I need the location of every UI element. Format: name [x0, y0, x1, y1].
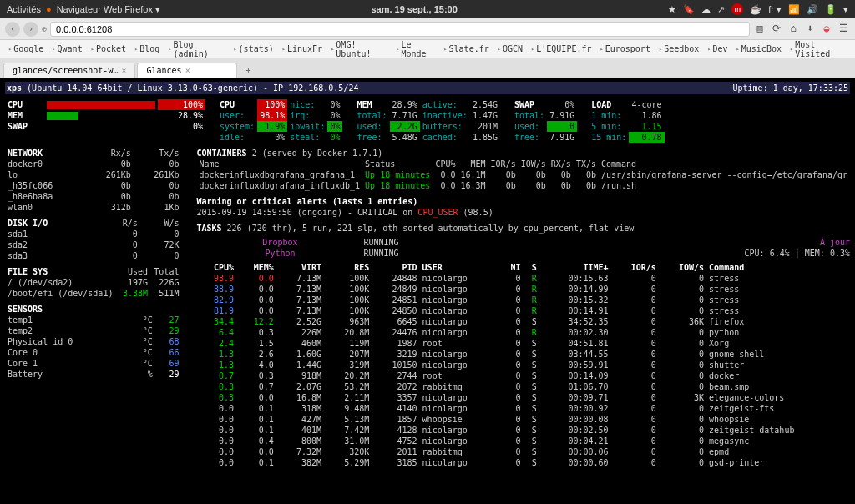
volume-icon[interactable]: 🔊 [807, 4, 818, 15]
bookmark-item[interactable]: Blog [131, 43, 163, 55]
bookmark-item[interactable]: Le Monde [392, 38, 438, 60]
hostname: xps [7, 83, 22, 93]
bookmark-item[interactable]: Most Visited [787, 38, 850, 60]
pocket-icon[interactable]: ◒ [820, 23, 833, 36]
close-icon[interactable]: × [121, 66, 126, 75]
diskio-title: DISK I/O [5, 218, 99, 229]
browser-tab[interactable]: glances/screenshot-w…× [3, 63, 135, 78]
mem-total: 7.71G [390, 110, 420, 121]
bookmark-item[interactable]: Google [5, 43, 47, 55]
process-row: 0.00.07.32M320K2011rabbitmq0S00:00.0600e… [196, 446, 850, 457]
reader-icon[interactable]: ▤ [753, 23, 766, 36]
swap-title: SWAP [512, 99, 547, 110]
process-row: 2.41.5460M119M1987root0S04:51.8100Xorg [196, 338, 850, 349]
alert-value: (98.5) [463, 208, 493, 217]
home-icon[interactable]: ⌂ [787, 23, 800, 36]
alerts-title: Warning or critical alerts (lasts 1 entr… [196, 196, 850, 207]
reload-icon[interactable]: ⟳ [770, 23, 783, 36]
load-1: 1.86 [629, 110, 664, 121]
cpu-iowait: 0% [327, 121, 342, 132]
quick-swap-pct: 0% [158, 121, 205, 132]
quick-cpu-pct: 100% [158, 99, 205, 110]
cpu-bar [47, 101, 155, 109]
process-row: 0.00.1427M5.13M1857whoopsie0S00:00.0800w… [196, 414, 850, 425]
network-rx-head: Rx/s [85, 148, 134, 159]
m-icon[interactable]: m [731, 3, 743, 15]
os-info: (Ubuntu 14.04 64bit / Linux 3.13.0-63-ge… [27, 83, 358, 93]
activities-button[interactable]: Activités [7, 4, 41, 14]
battery-icon[interactable]: 🔋 [825, 4, 837, 15]
mem-free-label: free: [354, 132, 389, 143]
bookmark-item[interactable]: MusicBox [733, 43, 785, 55]
fs-total-head: Total [150, 266, 181, 277]
bookmark-item[interactable]: Seedbox [655, 43, 702, 55]
clock[interactable]: sam. 19 sept., 15:00 [160, 4, 668, 14]
bookmark-item[interactable]: (stats) [230, 43, 276, 55]
mem-active: 2.54G [470, 99, 500, 110]
process-row: 1.34.01.44G319M10150nicolargo0S00:59.910… [196, 360, 850, 370]
browser-tab[interactable]: Glances× [137, 63, 237, 78]
diskio-row: sda300 [5, 250, 181, 261]
bookmark-item[interactable]: Pocket [88, 43, 129, 55]
host-header: xps (Ubuntu 14.04 64bit / Linux 3.13.0-6… [5, 82, 850, 94]
cpu-title: CPU [217, 99, 257, 110]
fs-used-head: Used [119, 266, 150, 277]
uptime: Uptime: 1 day, 17:33:25 [733, 83, 848, 93]
network-tx-head: Tx/s [134, 148, 182, 159]
swap-used-label: used: [512, 121, 547, 132]
caffeine-icon[interactable]: ☕ [750, 4, 761, 15]
bookmark-item[interactable]: LinuxFr [279, 43, 326, 55]
forward-button[interactable]: › [23, 22, 38, 37]
load-15-label: 15 min: [589, 132, 629, 143]
task-group-sub: Python [196, 248, 363, 259]
process-row: 88.90.07.13M100K24849nicolargo0R00:14.99… [196, 284, 850, 295]
mem-free: 5.48G [390, 132, 420, 143]
mem-used: 2.2G [390, 121, 420, 132]
cpu-system: 1.9% [257, 121, 287, 132]
cpu-idle-label: idle: [217, 132, 257, 143]
bookmark-item[interactable]: OGCN [494, 43, 526, 55]
bookmark-item[interactable]: Slate.fr [440, 43, 492, 55]
app-menu[interactable]: Navigateur Web Firefox ▾ [57, 4, 160, 15]
lang-indicator[interactable]: fr ▾ [768, 4, 782, 15]
bookmark-item[interactable]: OMG! Ubuntu! [327, 38, 391, 60]
mem-cached-label: cached: [420, 132, 470, 143]
swap-pct: 0% [547, 99, 577, 110]
process-row: 34.412.22.52G963M6645nicolargo0S34:52.35… [196, 316, 850, 327]
bookmark-item[interactable]: Blog (admin) [164, 38, 228, 60]
tab-strip: glances/screenshot-w…×Glances×+ [0, 58, 855, 78]
bookmark-item[interactable]: Dev [704, 43, 731, 55]
process-row: 0.30.016.8M2.11M3357nicolargo0S00:09.710… [196, 392, 850, 403]
process-row: 82.90.07.13M100K24851nicolargo0R00:15.32… [196, 295, 850, 305]
bookmark-item[interactable]: Qwant [48, 43, 85, 55]
chevron-down-icon[interactable]: ▾ [843, 4, 848, 15]
cpu-irq-label: irq: [287, 110, 327, 121]
address-input[interactable] [50, 22, 750, 37]
new-tab-button[interactable]: + [239, 63, 257, 78]
close-icon[interactable]: × [185, 66, 190, 75]
cpu-nice-label: nice: [287, 99, 327, 110]
containers-title: CONTAINERS [196, 149, 246, 158]
diskio-r-head: R/s [99, 218, 140, 229]
globe-icon: ⊕ [42, 24, 47, 33]
share-icon[interactable]: ↗ [717, 4, 725, 15]
task-group-status2: RUNNING [363, 248, 463, 259]
back-button[interactable]: ‹ [5, 22, 20, 37]
load-5: 1.15 [629, 121, 664, 132]
fs-title: FILE SYS [5, 266, 119, 277]
load-1-label: 1 min: [589, 110, 629, 121]
menu-icon[interactable]: ☰ [837, 23, 850, 36]
alert-target: CPU_USER [417, 208, 458, 217]
cloud-icon[interactable]: ☁ [701, 4, 711, 15]
mem-active-label: active: [420, 99, 470, 110]
downloads-icon[interactable]: ⬇ [803, 23, 817, 36]
firefox-icon: ● [46, 4, 52, 14]
network-row: lo261Kb261Kb [5, 169, 181, 180]
bookmark-item[interactable]: Eurosport [597, 43, 654, 55]
bookmark-icon[interactable]: 🔖 [683, 4, 695, 15]
bookmark-item[interactable]: L'EQUIPE.fr [528, 43, 594, 55]
container-row: dockerinfluxdbgrafana_grafana_1Up 18 min… [196, 169, 850, 180]
star-icon[interactable]: ★ [668, 4, 676, 15]
wifi-icon[interactable]: 📶 [788, 4, 800, 15]
alert-line: 2015-09-19 14:59:50 (ongoing) - CRITICAL… [196, 208, 412, 217]
